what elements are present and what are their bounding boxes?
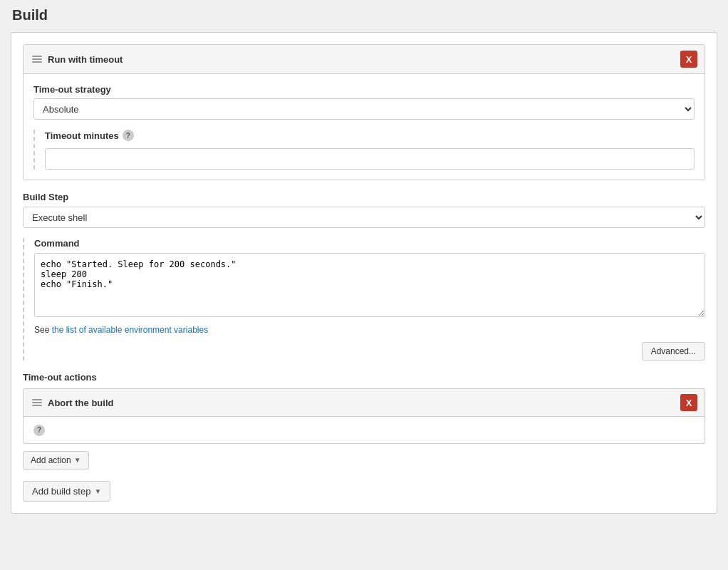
advanced-btn-row: Advanced...: [34, 342, 705, 361]
run-with-timeout-body: Time-out strategy Absolute Elastic Pipel…: [24, 74, 704, 180]
run-with-timeout-block: Run with timeout X Time-out strategy Abs…: [23, 44, 705, 180]
timeout-strategy-label: Time-out strategy: [33, 84, 695, 95]
abort-build-help-icon[interactable]: ?: [33, 425, 45, 436]
timeout-minutes-input[interactable]: 4: [45, 148, 695, 170]
build-step-select[interactable]: Execute shell Execute Windows batch comm…: [23, 207, 705, 228]
command-label: Command: [34, 238, 705, 249]
page-title: Build: [11, 7, 717, 24]
add-build-step-section: Add build step ▼: [23, 481, 705, 502]
add-build-step-dropdown-arrow: ▼: [94, 487, 101, 495]
advanced-button[interactable]: Advanced...: [642, 342, 705, 361]
abort-build-body: ?: [24, 417, 704, 443]
command-section: Command echo "Started. Sleep for 200 sec…: [23, 238, 705, 361]
abort-header-left: Abort the build: [31, 398, 113, 408]
main-card: Run with timeout X Time-out strategy Abs…: [11, 32, 717, 514]
run-with-timeout-title: Run with timeout: [48, 54, 123, 65]
abort-drag-handle[interactable]: [31, 398, 43, 408]
drag-handle[interactable]: [31, 54, 43, 64]
add-action-dropdown-arrow: ▼: [74, 456, 81, 464]
timeout-actions-title: Time-out actions: [23, 372, 705, 383]
run-with-timeout-header: Run with timeout X: [24, 45, 704, 74]
env-vars-link[interactable]: the list of available environment variab…: [52, 325, 208, 335]
block-header-left: Run with timeout: [31, 54, 123, 65]
build-step-section: Build Step Execute shell Execute Windows…: [23, 192, 705, 228]
timeout-minutes-subsection: Timeout minutes ? 4: [33, 130, 695, 170]
build-step-label: Build Step: [23, 192, 705, 202]
abort-build-header: Abort the build X: [24, 389, 704, 417]
abort-build-block: Abort the build X ?: [23, 388, 705, 444]
abort-build-title: Abort the build: [48, 398, 113, 408]
page-wrapper: Build Run with timeout X Time-out strate…: [0, 0, 728, 570]
timeout-strategy-select[interactable]: Absolute Elastic Pipeline: [33, 98, 695, 120]
add-action-button[interactable]: Add action ▼: [23, 451, 89, 470]
env-vars-text: See the list of available environment va…: [34, 325, 705, 335]
run-with-timeout-close-button[interactable]: X: [680, 51, 697, 68]
timeout-minutes-help-icon[interactable]: ?: [123, 130, 134, 141]
command-textarea[interactable]: echo "Started. Sleep for 200 seconds." s…: [34, 253, 705, 317]
abort-build-close-button[interactable]: X: [680, 394, 697, 411]
timeout-minutes-label: Timeout minutes ?: [45, 130, 695, 141]
add-build-step-button[interactable]: Add build step ▼: [23, 481, 110, 502]
timeout-actions-section: Time-out actions Abort the build X ?: [23, 372, 705, 470]
